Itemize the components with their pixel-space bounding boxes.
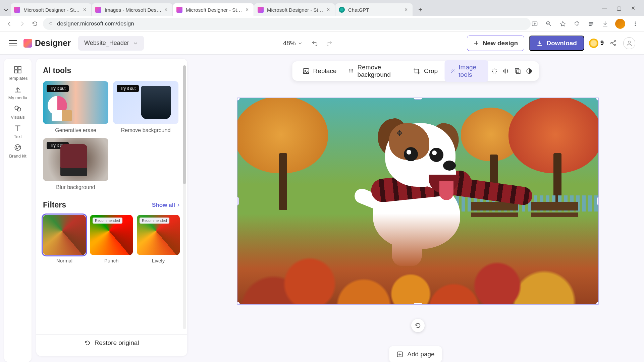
add-page-button[interactable]: Add page bbox=[389, 346, 442, 362]
browser-tab-2[interactable]: Microsoft Designer - Stunning × bbox=[173, 3, 254, 16]
rail-label: Visuals bbox=[11, 115, 25, 120]
rail-item-visuals[interactable]: Visuals bbox=[4, 102, 32, 122]
crop-icon bbox=[413, 67, 421, 75]
zoom-icon[interactable] bbox=[545, 20, 553, 28]
rail-label: My media bbox=[8, 95, 27, 100]
replace-label: Replace bbox=[313, 67, 336, 75]
redo-button[interactable] bbox=[325, 39, 333, 48]
reload-button[interactable] bbox=[30, 19, 40, 28]
url-text: designer.microsoft.com/design bbox=[57, 20, 134, 27]
svg-point-24 bbox=[16, 148, 17, 149]
forward-button[interactable] bbox=[17, 19, 27, 28]
canvas-area[interactable]: Replace Remove background Crop Image too… bbox=[187, 55, 644, 362]
credits-indicator[interactable]: 9 bbox=[589, 38, 604, 49]
install-app-icon[interactable] bbox=[531, 20, 539, 28]
extensions-icon[interactable] bbox=[573, 20, 581, 28]
svg-rect-15 bbox=[14, 66, 17, 69]
bookmark-icon[interactable] bbox=[559, 20, 567, 28]
rail-item-templates[interactable]: Templates bbox=[4, 63, 32, 83]
close-icon[interactable]: × bbox=[164, 7, 169, 13]
crop-label: Crop bbox=[424, 67, 438, 75]
restore-original-button[interactable]: Restore original bbox=[36, 334, 187, 351]
download-icon bbox=[536, 40, 543, 47]
designer-logo-icon bbox=[23, 39, 32, 48]
share-icon[interactable] bbox=[608, 38, 619, 48]
browser-tab-3[interactable]: Microsoft Designer - Stunning × bbox=[254, 3, 335, 16]
rail-item-text[interactable]: Text bbox=[4, 122, 32, 141]
tool-thumb: Try it out bbox=[43, 138, 108, 181]
try-it-out-badge: Try it out bbox=[47, 142, 69, 149]
svg-rect-28 bbox=[515, 69, 519, 72]
filter-card-punch[interactable]: Recommended Punch bbox=[90, 215, 133, 263]
tab-search-icon[interactable] bbox=[4, 7, 9, 12]
new-design-label: New design bbox=[483, 40, 518, 47]
close-icon[interactable]: × bbox=[327, 7, 331, 13]
side-panel: AI tools Try it out Generative erase Try… bbox=[36, 59, 187, 356]
rail-item-brand-kit[interactable]: Brand kit bbox=[4, 141, 32, 161]
replace-button[interactable]: Replace bbox=[297, 64, 342, 78]
document-name-dropdown[interactable]: Website_Header bbox=[78, 36, 144, 51]
chevron-right-icon bbox=[176, 203, 180, 207]
svg-point-23 bbox=[18, 146, 19, 147]
select-similar-icon[interactable] bbox=[490, 64, 500, 78]
svg-point-22 bbox=[16, 146, 17, 147]
tool-label: Generative erase bbox=[43, 127, 108, 133]
crop-button[interactable]: Crop bbox=[408, 64, 443, 78]
tool-card-blur-background[interactable]: Try it out Blur background bbox=[43, 138, 108, 190]
selected-image[interactable] bbox=[237, 98, 599, 305]
rail-label: Text bbox=[14, 134, 22, 139]
resize-handle-br[interactable] bbox=[596, 302, 599, 305]
site-info-icon[interactable] bbox=[48, 20, 53, 27]
remove-background-button[interactable]: Remove background bbox=[343, 60, 407, 82]
flip-icon[interactable] bbox=[501, 64, 511, 78]
download-button[interactable]: Download bbox=[529, 36, 584, 51]
svg-rect-1 bbox=[50, 22, 52, 22]
browser-tab-0[interactable]: Microsoft Designer - Stunning × bbox=[11, 3, 91, 16]
rail-item-my-media[interactable]: My media bbox=[4, 83, 32, 102]
menu-button[interactable] bbox=[9, 39, 17, 47]
maximize-icon[interactable]: ▢ bbox=[616, 5, 622, 11]
url-input[interactable]: designer.microsoft.com/design bbox=[43, 18, 531, 30]
downloads-icon[interactable] bbox=[601, 20, 609, 28]
kebab-menu-icon[interactable] bbox=[631, 20, 639, 28]
undo-button[interactable] bbox=[311, 39, 319, 48]
resize-handle-r[interactable] bbox=[597, 197, 599, 205]
browser-tab-1[interactable]: Images - Microsoft Designer × bbox=[92, 3, 172, 16]
ai-tools-title: AI tools bbox=[43, 66, 180, 75]
close-icon[interactable]: × bbox=[405, 7, 409, 13]
back-button[interactable] bbox=[5, 19, 14, 28]
layers-icon[interactable] bbox=[513, 64, 523, 78]
new-design-button[interactable]: New design bbox=[467, 36, 525, 51]
close-icon[interactable]: × bbox=[246, 7, 250, 13]
tool-card-remove-background[interactable]: Try it out Remove background bbox=[113, 81, 178, 133]
svg-point-26 bbox=[305, 70, 306, 71]
window-close-icon[interactable]: ✕ bbox=[631, 5, 635, 11]
svg-rect-6 bbox=[589, 23, 593, 24]
scrollbar-track[interactable] bbox=[183, 65, 186, 329]
coin-icon bbox=[589, 39, 598, 48]
tool-card-generative-erase[interactable]: Try it out Generative erase bbox=[43, 81, 108, 133]
image-tools-button[interactable]: Image tools bbox=[444, 60, 488, 82]
scrollbar-thumb[interactable] bbox=[183, 65, 186, 184]
filter-card-lively[interactable]: Recommended Lively bbox=[137, 215, 180, 263]
minimize-icon[interactable]: — bbox=[602, 5, 607, 11]
show-all-link[interactable]: Show all bbox=[152, 202, 180, 208]
filter-card-normal[interactable]: Normal bbox=[43, 215, 86, 263]
browser-tab-4[interactable]: ChatGPT × bbox=[335, 3, 413, 16]
account-avatar[interactable] bbox=[623, 37, 635, 49]
new-tab-button[interactable]: + bbox=[415, 5, 425, 15]
tool-label: Blur background bbox=[43, 184, 108, 190]
resize-handle-l[interactable] bbox=[237, 197, 239, 205]
rotate-handle[interactable] bbox=[411, 319, 425, 332]
opacity-icon[interactable] bbox=[524, 64, 534, 78]
tab-bar: Microsoft Designer - Stunning × Images -… bbox=[0, 0, 644, 16]
svg-rect-18 bbox=[18, 70, 21, 73]
profile-avatar[interactable] bbox=[615, 19, 625, 29]
reading-list-icon[interactable] bbox=[587, 20, 595, 28]
close-icon[interactable]: × bbox=[83, 7, 88, 13]
resize-handle-t[interactable] bbox=[414, 98, 422, 100]
resize-handle-b[interactable] bbox=[414, 303, 422, 305]
zoom-dropdown[interactable]: 48% bbox=[283, 40, 303, 47]
designer-favicon-icon bbox=[258, 7, 264, 13]
browser-chrome: Microsoft Designer - Stunning × Images -… bbox=[0, 0, 644, 32]
